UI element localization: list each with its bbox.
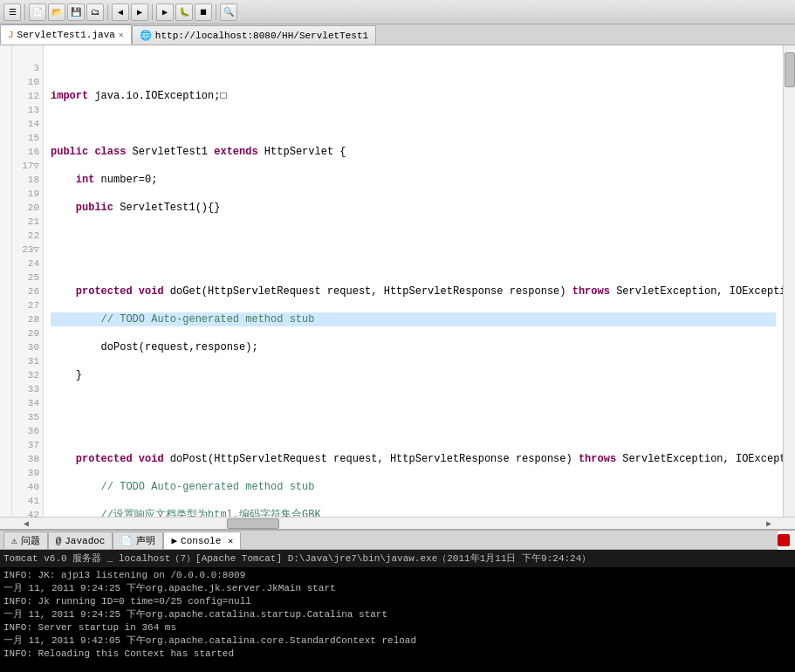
tab-servlet-java[interactable]: J ServletTest1.java ✕ — [0, 24, 132, 45]
console-output: INFO: JK: ajp13 listening on /0.0.0.0:80… — [0, 567, 795, 672]
toolbar-btn-menu[interactable]: ☰ — [3, 3, 21, 21]
editor-tab-bar: J ServletTest1.java ✕ 🌐 http://localhost… — [0, 24, 795, 45]
declaration-icon: 📄 — [120, 535, 133, 546]
toolbar-sep-1 — [24, 4, 25, 20]
console-terminate-button[interactable] — [778, 534, 790, 546]
code-line-14: public ServletTest1(){} — [51, 201, 776, 215]
problems-icon: ⚠ — [11, 535, 17, 546]
toolbar-btn-open[interactable]: 📂 — [48, 3, 65, 21]
console-line-1: INFO: JK: ajp13 listening on /0.0.0.0:80… — [3, 569, 792, 582]
tab-declaration-label: 声明 — [136, 534, 155, 547]
code-line-20: } — [51, 368, 776, 382]
code-line-12: public class ServletTest1 extends HttpSe… — [51, 145, 776, 159]
code-line-22 — [51, 424, 776, 438]
line-numbers: 3 10 12 13 14 15 16 17▽ 18 19 20 21 22 2… — [12, 45, 44, 517]
code-line-10 — [51, 117, 776, 131]
toolbar-sep-2 — [107, 4, 108, 20]
tab-servlet-java-close[interactable]: ✕ — [119, 30, 124, 40]
code-line-19: doPost(request,response); — [51, 340, 776, 354]
toolbar-btn-save-all[interactable]: 🗂 — [86, 3, 104, 21]
console-line-4: 一月 11, 2011 9:24:25 下午org.apache.catalin… — [3, 608, 792, 621]
editor-vscrollbar-thumb[interactable] — [785, 52, 795, 87]
tab-problems-label: 问题 — [21, 534, 40, 547]
toolbar-btn-back[interactable]: ◀ — [112, 3, 129, 21]
tab-javadoc[interactable]: @ Javadoc — [48, 531, 113, 549]
code-editor[interactable]: import java.io.IOException;□ public clas… — [44, 45, 783, 517]
toolbar-btn-search[interactable]: 🔍 — [220, 3, 237, 21]
main-toolbar: ☰ 📄 📂 💾 🗂 ◀ ▶ ▶ 🐛 ⏹ 🔍 — [0, 0, 795, 24]
tab-servlet-java-label: ServletTest1.java — [17, 30, 115, 40]
code-line-18: // TODO Auto-generated method stub — [51, 312, 776, 326]
console-header: Tomcat v6.0 服务器 _ localhost（7）[Apache To… — [0, 550, 795, 567]
code-line-21 — [51, 396, 776, 410]
code-line-15 — [51, 229, 776, 243]
editor-hscrollbar[interactable]: ◀ ▶ — [0, 517, 795, 529]
toolbar-btn-save[interactable]: 💾 — [67, 3, 85, 21]
javadoc-icon: @ — [56, 536, 62, 546]
console-line-2: 一月 11, 2011 9:24:25 下午org.apache.jk.serv… — [3, 582, 792, 595]
tab-problems[interactable]: ⚠ 问题 — [3, 531, 48, 549]
console-icon: ▶ — [171, 535, 177, 546]
toolbar-btn-fwd[interactable]: ▶ — [131, 3, 148, 21]
toolbar-sep-4 — [216, 4, 216, 20]
code-line-17: protected void doGet(HttpServletRequest … — [51, 285, 776, 298]
code-line-16 — [51, 257, 776, 271]
toolbar-btn-debug[interactable]: 🐛 — [175, 3, 193, 21]
editor-area: 3 10 12 13 14 15 16 17▽ 18 19 20 21 22 2… — [0, 45, 795, 517]
toolbar-btn-run[interactable]: ▶ — [156, 3, 174, 21]
browser-icon: 🌐 — [140, 30, 152, 41]
code-line-23: protected void doPost(HttpServletRequest… — [51, 452, 776, 466]
console-line-7: INFO: Reloading this Context has started — [3, 648, 792, 661]
editor-hscrollbar-thumb[interactable] — [227, 518, 279, 529]
console-line-6: 一月 11, 2011 9:42:05 下午org.apache.catalin… — [3, 634, 792, 648]
tab-browser-label: http://localhost:8080/HH/ServletTest1 — [155, 31, 368, 41]
console-header-text: Tomcat v6.0 服务器 _ localhost（7）[Apache To… — [3, 553, 591, 564]
editor-vscrollbar[interactable] — [783, 45, 795, 517]
code-line-24: // TODO Auto-generated method stub — [51, 480, 776, 494]
marker-area — [0, 45, 12, 517]
tab-browser[interactable]: 🌐 http://localhost:8080/HH/ServletTest1 — [132, 25, 376, 45]
panel-tabs-container: ⚠ 问题 @ Javadoc 📄 声明 ▶ Console ✕ — [0, 531, 778, 550]
console-tab-close[interactable]: ✕ — [228, 536, 233, 546]
tab-console-label: Console — [181, 536, 221, 546]
code-line-25: //设置响应文档类型为html,编码字符集合GBK — [51, 508, 776, 517]
tab-console[interactable]: ▶ Console ✕ — [163, 531, 241, 549]
code-line-3: import java.io.IOException;□ — [51, 89, 776, 103]
java-file-icon: J — [8, 30, 14, 40]
code-line-blank1 — [51, 61, 776, 75]
toolbar-btn-stop[interactable]: ⏹ — [195, 3, 212, 21]
bottom-panel: ⚠ 问题 @ Javadoc 📄 声明 ▶ Console ✕ Tomcat v… — [0, 529, 795, 672]
tab-declaration[interactable]: 📄 声明 — [113, 531, 163, 549]
panel-tab-bar: ⚠ 问题 @ Javadoc 📄 声明 ▶ Console ✕ — [0, 531, 795, 550]
toolbar-btn-new[interactable]: 📄 — [29, 3, 46, 21]
toolbar-sep-3 — [152, 4, 153, 20]
code-line-13: int number=0; — [51, 173, 776, 187]
console-line-5: INFO: Server startup in 364 ms — [3, 621, 792, 634]
tab-javadoc-label: Javadoc — [65, 536, 105, 546]
console-line-3: INFO: Jk running ID=0 time=0/25 config=n… — [3, 595, 792, 608]
